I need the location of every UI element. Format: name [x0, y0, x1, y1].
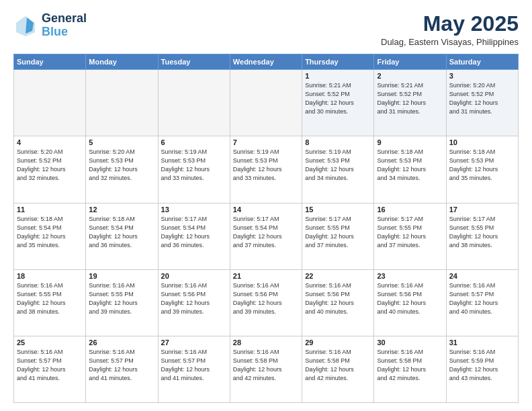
- weekday-header: Thursday: [302, 54, 374, 70]
- calendar-day-cell: 22Sunrise: 5:16 AMSunset: 5:56 PMDayligh…: [302, 269, 374, 336]
- day-number: 6: [161, 138, 227, 146]
- day-number: 8: [305, 138, 371, 146]
- header: General Blue May 2025 Dulag, Eastern Vis…: [13, 12, 519, 47]
- day-number: 31: [449, 338, 515, 347]
- calendar-day-cell: 9Sunrise: 5:18 AMSunset: 5:53 PMDaylight…: [374, 136, 446, 203]
- calendar-day-cell: 24Sunrise: 5:16 AMSunset: 5:57 PMDayligh…: [446, 269, 518, 336]
- day-number: 10: [449, 138, 515, 146]
- day-info: Sunrise: 5:16 AMSunset: 5:56 PMDaylight:…: [305, 281, 371, 316]
- calendar-day-cell: 30Sunrise: 5:16 AMSunset: 5:58 PMDayligh…: [374, 336, 446, 402]
- day-info: Sunrise: 5:18 AMSunset: 5:54 PMDaylight:…: [17, 215, 83, 250]
- day-number: 15: [305, 205, 371, 214]
- day-number: 23: [377, 272, 443, 280]
- page: General Blue May 2025 Dulag, Eastern Vis…: [0, 0, 532, 411]
- day-number: 17: [449, 205, 515, 214]
- calendar-week-row: 11Sunrise: 5:18 AMSunset: 5:54 PMDayligh…: [14, 203, 519, 269]
- day-info: Sunrise: 5:16 AMSunset: 5:56 PMDaylight:…: [233, 281, 299, 316]
- day-info: Sunrise: 5:16 AMSunset: 5:55 PMDaylight:…: [89, 281, 154, 316]
- calendar-day-cell: 28Sunrise: 5:16 AMSunset: 5:58 PMDayligh…: [230, 336, 302, 402]
- day-info: Sunrise: 5:20 AMSunset: 5:53 PMDaylight:…: [89, 148, 154, 183]
- day-number: 11: [17, 205, 83, 214]
- subtitle: Dulag, Eastern Visayas, Philippines: [381, 37, 519, 47]
- calendar-week-row: 4Sunrise: 5:20 AMSunset: 5:52 PMDaylight…: [14, 136, 519, 203]
- day-info: Sunrise: 5:20 AMSunset: 5:52 PMDaylight:…: [449, 81, 515, 116]
- calendar-day-cell: 25Sunrise: 5:16 AMSunset: 5:57 PMDayligh…: [14, 336, 86, 402]
- calendar-day-cell: 15Sunrise: 5:17 AMSunset: 5:55 PMDayligh…: [302, 203, 374, 269]
- day-info: Sunrise: 5:16 AMSunset: 5:56 PMDaylight:…: [161, 281, 227, 316]
- day-info: Sunrise: 5:16 AMSunset: 5:56 PMDaylight:…: [377, 281, 443, 316]
- calendar-day-cell: 26Sunrise: 5:16 AMSunset: 5:57 PMDayligh…: [86, 336, 158, 402]
- weekday-header: Wednesday: [230, 54, 302, 70]
- calendar-header-row: SundayMondayTuesdayWednesdayThursdayFrid…: [14, 54, 519, 70]
- calendar-day-cell: 20Sunrise: 5:16 AMSunset: 5:56 PMDayligh…: [158, 269, 230, 336]
- day-info: Sunrise: 5:17 AMSunset: 5:55 PMDaylight:…: [305, 215, 371, 250]
- calendar-day-cell: 19Sunrise: 5:16 AMSunset: 5:55 PMDayligh…: [86, 269, 158, 336]
- calendar-table: SundayMondayTuesdayWednesdayThursdayFrid…: [13, 54, 519, 403]
- day-number: 4: [17, 138, 83, 146]
- calendar-day-cell: 13Sunrise: 5:17 AMSunset: 5:54 PMDayligh…: [158, 203, 230, 269]
- calendar-day-cell: 18Sunrise: 5:16 AMSunset: 5:55 PMDayligh…: [14, 269, 86, 336]
- calendar-day-cell: 12Sunrise: 5:18 AMSunset: 5:54 PMDayligh…: [86, 203, 158, 269]
- day-info: Sunrise: 5:17 AMSunset: 5:55 PMDaylight:…: [377, 215, 443, 250]
- weekday-header: Saturday: [446, 54, 518, 70]
- day-info: Sunrise: 5:18 AMSunset: 5:53 PMDaylight:…: [377, 148, 443, 183]
- day-info: Sunrise: 5:19 AMSunset: 5:53 PMDaylight:…: [233, 148, 299, 183]
- calendar-day-cell: 17Sunrise: 5:17 AMSunset: 5:55 PMDayligh…: [446, 203, 518, 269]
- calendar-day-cell: 1Sunrise: 5:21 AMSunset: 5:52 PMDaylight…: [302, 70, 374, 136]
- day-info: Sunrise: 5:18 AMSunset: 5:53 PMDaylight:…: [449, 148, 515, 183]
- logo: General Blue: [13, 12, 87, 39]
- day-number: 19: [89, 272, 154, 280]
- calendar-week-row: 18Sunrise: 5:16 AMSunset: 5:55 PMDayligh…: [14, 269, 519, 336]
- day-number: 18: [17, 272, 83, 280]
- calendar-week-row: 1Sunrise: 5:21 AMSunset: 5:52 PMDaylight…: [14, 70, 519, 136]
- day-info: Sunrise: 5:16 AMSunset: 5:58 PMDaylight:…: [377, 348, 443, 383]
- day-info: Sunrise: 5:19 AMSunset: 5:53 PMDaylight:…: [161, 148, 227, 183]
- calendar-day-cell: 21Sunrise: 5:16 AMSunset: 5:56 PMDayligh…: [230, 269, 302, 336]
- day-number: 14: [233, 205, 299, 214]
- calendar-day-cell: 14Sunrise: 5:17 AMSunset: 5:54 PMDayligh…: [230, 203, 302, 269]
- day-info: Sunrise: 5:16 AMSunset: 5:55 PMDaylight:…: [17, 281, 83, 316]
- calendar-day-cell: 2Sunrise: 5:21 AMSunset: 5:52 PMDaylight…: [374, 70, 446, 136]
- day-number: 3: [449, 72, 515, 80]
- day-number: 12: [89, 205, 154, 214]
- day-info: Sunrise: 5:21 AMSunset: 5:52 PMDaylight:…: [377, 81, 443, 116]
- day-number: 28: [233, 338, 299, 347]
- day-number: 5: [89, 138, 154, 146]
- day-number: 7: [233, 138, 299, 146]
- calendar-day-cell: [86, 70, 158, 136]
- calendar-day-cell: 11Sunrise: 5:18 AMSunset: 5:54 PMDayligh…: [14, 203, 86, 269]
- day-number: 16: [377, 205, 443, 214]
- day-info: Sunrise: 5:16 AMSunset: 5:58 PMDaylight:…: [233, 348, 299, 383]
- logo-text: General Blue: [42, 12, 87, 39]
- day-number: 26: [89, 338, 154, 347]
- day-info: Sunrise: 5:16 AMSunset: 5:57 PMDaylight:…: [17, 348, 83, 383]
- main-title: May 2025: [381, 12, 519, 36]
- day-number: 24: [449, 272, 515, 280]
- calendar-day-cell: 5Sunrise: 5:20 AMSunset: 5:53 PMDaylight…: [86, 136, 158, 203]
- day-info: Sunrise: 5:20 AMSunset: 5:52 PMDaylight:…: [17, 148, 83, 183]
- day-info: Sunrise: 5:16 AMSunset: 5:57 PMDaylight:…: [449, 281, 515, 316]
- day-info: Sunrise: 5:21 AMSunset: 5:52 PMDaylight:…: [305, 81, 371, 116]
- day-info: Sunrise: 5:17 AMSunset: 5:54 PMDaylight:…: [161, 215, 227, 250]
- calendar-day-cell: 23Sunrise: 5:16 AMSunset: 5:56 PMDayligh…: [374, 269, 446, 336]
- calendar-day-cell: 27Sunrise: 5:16 AMSunset: 5:57 PMDayligh…: [158, 336, 230, 402]
- day-info: Sunrise: 5:18 AMSunset: 5:54 PMDaylight:…: [89, 215, 154, 250]
- day-info: Sunrise: 5:19 AMSunset: 5:53 PMDaylight:…: [305, 148, 371, 183]
- weekday-header: Tuesday: [158, 54, 230, 70]
- day-info: Sunrise: 5:16 AMSunset: 5:59 PMDaylight:…: [449, 348, 515, 383]
- day-info: Sunrise: 5:17 AMSunset: 5:55 PMDaylight:…: [449, 215, 515, 250]
- day-info: Sunrise: 5:16 AMSunset: 5:58 PMDaylight:…: [305, 348, 371, 383]
- calendar-day-cell: 3Sunrise: 5:20 AMSunset: 5:52 PMDaylight…: [446, 70, 518, 136]
- calendar-day-cell: 8Sunrise: 5:19 AMSunset: 5:53 PMDaylight…: [302, 136, 374, 203]
- day-number: 13: [161, 205, 227, 214]
- calendar-day-cell: [230, 70, 302, 136]
- calendar-day-cell: 31Sunrise: 5:16 AMSunset: 5:59 PMDayligh…: [446, 336, 518, 402]
- weekday-header: Friday: [374, 54, 446, 70]
- day-number: 1: [305, 72, 371, 80]
- day-info: Sunrise: 5:17 AMSunset: 5:54 PMDaylight:…: [233, 215, 299, 250]
- day-number: 27: [161, 338, 227, 347]
- calendar-day-cell: 4Sunrise: 5:20 AMSunset: 5:52 PMDaylight…: [14, 136, 86, 203]
- calendar-day-cell: 29Sunrise: 5:16 AMSunset: 5:58 PMDayligh…: [302, 336, 374, 402]
- day-info: Sunrise: 5:16 AMSunset: 5:57 PMDaylight:…: [89, 348, 154, 383]
- day-number: 21: [233, 272, 299, 280]
